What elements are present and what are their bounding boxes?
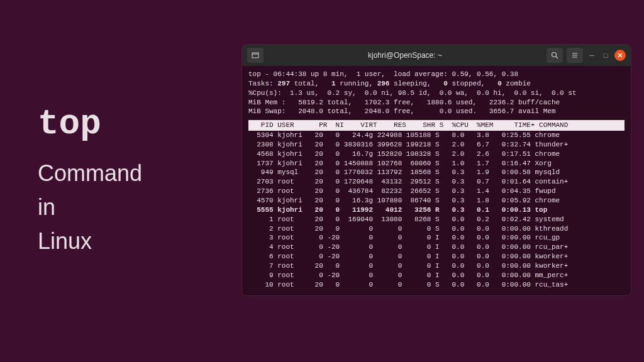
process-row: 9 root 0 -20 0 0 0 I 0.0 0.0 0:00.00 mm_… (248, 271, 625, 280)
process-row: 1737 kjohri 20 0 1450888 102768 60060 S … (248, 159, 625, 168)
process-row: 2703 root 20 0 1720648 43132 29512 S 0.3… (248, 177, 625, 187)
svg-line-3 (556, 57, 558, 58)
menu-button[interactable] (567, 48, 583, 63)
terminal-window: kjohri@OpenSpace: ~ ─ □ top - 06:44:38 u… (242, 44, 631, 296)
process-row: 949 mysql 20 0 1776032 113792 18568 S 0.… (248, 168, 625, 177)
top-tasks-line: Tasks: 297 total, 1 running, 296 sleepin… (248, 79, 625, 89)
process-row: 4 root 0 -20 0 0 0 I 0.0 0.0 0:00.00 rcu… (248, 243, 625, 252)
process-header: PID USER PR NI VIRT RES SHR S %CPU %MEM … (248, 120, 625, 131)
top-mem-line: MiB Mem : 5819.2 total, 1702.3 free, 188… (248, 98, 625, 107)
close-button[interactable] (614, 50, 626, 61)
process-row: 10 root 20 0 0 0 0 S 0.0 0.0 0:00.00 rcu… (248, 280, 625, 290)
top-swap-line: MiB Swap: 2048.0 total, 2048.0 free, 0.0… (248, 107, 625, 116)
process-row: 1 root 20 0 169040 13080 8268 S 0.0 0.2 … (248, 215, 625, 224)
maximize-button[interactable]: □ (601, 50, 611, 60)
subtitle-line: Linux (38, 224, 142, 258)
process-row: 2736 root 20 0 436784 82232 26652 S 0.3 … (248, 187, 625, 196)
terminal-output[interactable]: top - 06:44:38 up 8 min, 1 user, load av… (242, 66, 631, 295)
window-title: kjohri@OpenSpace: ~ (267, 51, 543, 60)
process-row: 5555 kjohri 20 0 11992 4012 3256 R 0.3 0… (248, 206, 625, 215)
process-row: 6 root 0 -20 0 0 0 I 0.0 0.0 0:00.00 kwo… (248, 252, 625, 261)
process-row: 4570 kjohri 20 0 16.3g 107880 86740 S 0.… (248, 196, 625, 206)
top-cpu-line: %Cpu(s): 1.3 us, 0.2 sy, 0.0 ni, 98.5 id… (248, 89, 625, 98)
search-button[interactable] (547, 48, 563, 63)
command-name: top (38, 104, 142, 144)
minimize-button[interactable]: ─ (587, 50, 597, 60)
process-row: 2308 kjohri 20 0 3830316 399628 199218 S… (248, 140, 625, 150)
title-block: top Command in Linux (38, 104, 142, 258)
subtitle: Command in Linux (38, 156, 142, 258)
new-tab-button[interactable] (247, 48, 264, 63)
process-list: 5304 kjohri 20 0 24.4g 224988 105188 S 8… (248, 131, 625, 289)
process-row: 3 root 0 -20 0 0 0 I 0.0 0.0 0:00.00 rcu… (248, 233, 625, 243)
process-row: 7 root 20 0 0 0 0 I 0.0 0.0 0:00.00 kwor… (248, 261, 625, 271)
process-row: 5304 kjohri 20 0 24.4g 224988 105188 S 8… (248, 131, 625, 140)
process-row: 4568 kjohri 20 0 16.7g 152820 108328 S 2… (248, 150, 625, 159)
process-row: 2 root 20 0 0 0 0 S 0.0 0.0 0:00.00 kthr… (248, 224, 625, 234)
subtitle-line: Command (38, 156, 142, 190)
subtitle-line: in (38, 190, 142, 224)
titlebar: kjohri@OpenSpace: ~ ─ □ (242, 45, 631, 66)
top-summary-line: top - 06:44:38 up 8 min, 1 user, load av… (248, 70, 625, 79)
svg-point-2 (552, 53, 557, 57)
svg-rect-0 (252, 53, 258, 58)
